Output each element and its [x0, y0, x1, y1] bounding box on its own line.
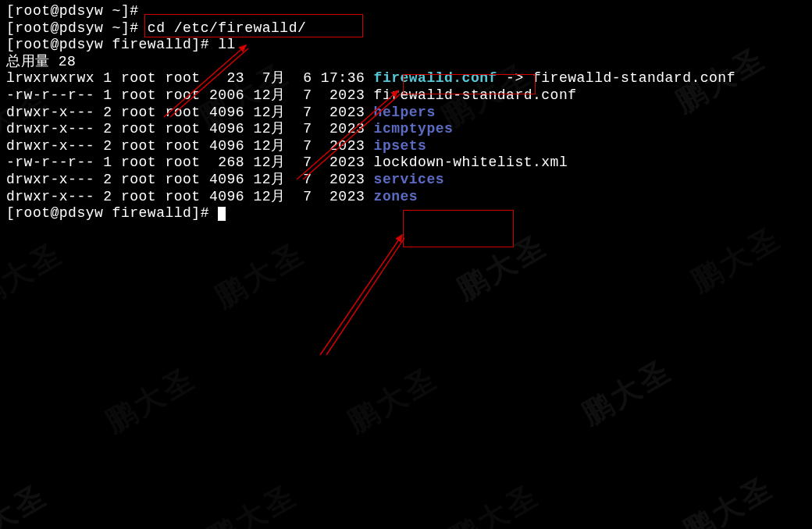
prompt-line: [root@pdsyw ~]# [6, 3, 806, 20]
watermark: 鹏大圣 [685, 220, 788, 300]
watermark: 鹏大圣 [0, 236, 69, 315]
watermark: 鹏大圣 [443, 478, 546, 529]
prompt: [root@pdsyw firewalld]# [6, 37, 218, 52]
command-cd: cd /etc/firewalld/ [148, 20, 306, 36]
dir-name: icmptypes [374, 121, 454, 137]
listing-row: drwxr-x--- 2 root root 4096 12月 7 2023 z… [6, 189, 806, 206]
watermark: 鹏大圣 [451, 228, 554, 307]
watermark: 鹏大圣 [99, 360, 202, 440]
total-line: 总用量 28 [6, 54, 806, 71]
dir-name: helpers [374, 105, 436, 120]
file-name: lockdown-whitelist.xml [374, 154, 568, 170]
dir-name: ipsets [374, 138, 427, 154]
perm-info: -rw-r--r-- 1 root root 268 12月 7 2023 [6, 154, 374, 170]
perm-info: -rw-r--r-- 1 root root 2006 12月 7 2023 [6, 87, 374, 103]
arrow-to-services-zones [312, 230, 422, 363]
listing-row: -rw-r--r-- 1 root root 268 12月 7 2023 lo… [6, 154, 806, 172]
terminal-output: [root@pdsyw ~]# [root@pdsyw ~]# cd /etc/… [6, 3, 806, 222]
svg-line-7 [320, 235, 402, 355]
perm-info: lrwxrwxrwx 1 root root 23 7月 6 17:36 [6, 70, 374, 86]
watermark: 鹏大圣 [0, 478, 54, 529]
command-line-cd: [root@pdsyw ~]# cd /etc/firewalld/ [6, 20, 806, 37]
prompt: [root@pdsyw firewalld]# [6, 205, 218, 221]
command-line-ll: [root@pdsyw firewalld]# ll [6, 37, 806, 54]
listing-row: lrwxrwxrwx 1 root root 23 7月 6 17:36 fir… [6, 70, 806, 87]
listing-row: -rw-r--r-- 1 root root 2006 12月 7 2023 f… [6, 87, 806, 105]
watermark: 鹏大圣 [341, 360, 444, 440]
perm-info: drwxr-x--- 2 root root 4096 12月 7 2023 [6, 105, 374, 120]
perm-info: drwxr-x--- 2 root root 4096 12月 7 2023 [6, 121, 374, 137]
symlink-name: firewalld.conf [374, 70, 497, 86]
command-ll: ll [218, 37, 236, 52]
listing-row: drwxr-x--- 2 root root 4096 12月 7 2023 i… [6, 138, 806, 155]
listing-row: drwxr-x--- 2 root root 4096 12月 7 2023 s… [6, 172, 806, 189]
listing-row: drwxr-x--- 2 root root 4096 12月 7 2023 h… [6, 105, 806, 122]
dir-name: zones [374, 189, 418, 204]
file-name: firewalld-standard.conf [374, 87, 577, 103]
perm-info: drwxr-x--- 2 root root 4096 12月 7 2023 [6, 138, 374, 154]
prompt: [root@pdsyw ~]# [6, 20, 148, 36]
perm-info: drwxr-x--- 2 root root 4096 12月 7 2023 [6, 172, 374, 187]
watermark: 鹏大圣 [201, 478, 304, 529]
watermark: 鹏大圣 [677, 470, 780, 529]
svg-line-8 [326, 238, 404, 355]
prompt-line-cursor[interactable]: [root@pdsyw firewalld]# [6, 205, 806, 222]
watermark: 鹏大圣 [208, 236, 312, 315]
listing-row: drwxr-x--- 2 root root 4096 12月 7 2023 i… [6, 121, 806, 138]
dir-name: services [374, 172, 444, 187]
cursor [218, 207, 226, 221]
watermark: 鹏大圣 [575, 353, 678, 432]
perm-info: drwxr-x--- 2 root root 4096 12月 7 2023 [6, 189, 374, 204]
symlink-target: -> firewalld-standard.conf [497, 70, 735, 86]
